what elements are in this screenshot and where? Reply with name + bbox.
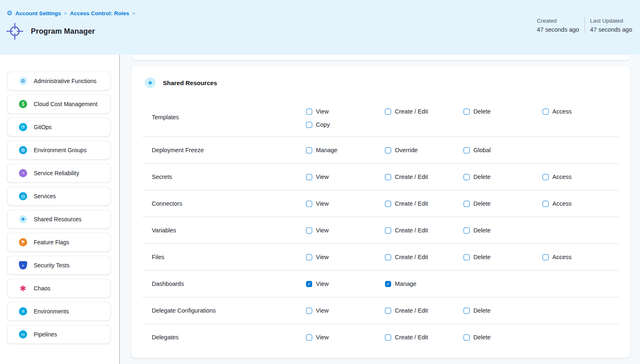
resource-name: Secrets [143,174,306,180]
checkbox-secrets-view[interactable] [306,174,312,180]
checkbox-deployment-freeze-global[interactable] [464,147,470,153]
checkbox-connectors-access[interactable] [543,201,549,207]
resource-name: Deployment Freeze [143,147,306,153]
sidebar-item-feature-flags[interactable]: ⚑ Feature Flags [7,233,110,251]
gear-icon: ⚙ [7,10,12,16]
checkbox-delegate-configurations-view[interactable] [306,308,312,314]
sidebar-item-chaos[interactable]: ✱ Chaos [7,279,110,297]
permissions-table: Templates View Copy Create / Edit Delete… [143,98,619,350]
permission-templates-access[interactable]: Access [543,108,619,115]
chaos-icon: ✱ [19,284,27,292]
sidebar-item-label: Shared Resources [34,216,81,223]
checkbox-templates-copy[interactable] [306,122,312,128]
permission-templates-view[interactable]: View [306,108,385,115]
checkbox-secrets-create-edit[interactable] [385,174,391,180]
sidebar-item-security-tests[interactable]: ⌕ Security Tests [7,256,110,274]
checkbox-files-access[interactable] [543,254,549,260]
checkbox-delegates-delete[interactable] [464,334,470,341]
sidebar-item-environment-groups[interactable]: ⊚ Environment Groups [7,141,110,159]
breadcrumb-separator: > [132,10,135,16]
permission-templates-create-edit[interactable]: Create / Edit [385,108,464,115]
section-title: Shared Resources [163,79,217,86]
sidebar-item-label: Service Reliability [34,170,79,176]
permission-connectors-view[interactable]: View [306,200,385,207]
checkbox-files-view[interactable] [306,254,312,260]
permission-delegates-create-edit[interactable]: Create / Edit [385,334,464,341]
permission-templates-delete[interactable]: Delete [464,108,543,115]
permission-deployment-freeze-global[interactable]: Global [464,147,543,153]
permission-connectors-delete[interactable]: Delete [464,200,543,207]
permission-delegate-configurations-create-edit[interactable]: Create / Edit [385,307,464,314]
page-header: ⚙ Account Settings > Access Control: Rol… [0,0,640,55]
checkbox-delegate-configurations-delete[interactable] [464,308,470,314]
checkbox-secrets-access[interactable] [543,174,549,180]
checkbox-templates-view[interactable] [306,109,312,115]
permission-templates-copy[interactable]: Copy [306,121,385,128]
feature-flags-icon: ⚑ [19,238,27,246]
sidebar-item-cloud-cost-management[interactable]: $ Cloud Cost Management [7,95,110,113]
checkbox-files-delete[interactable] [464,254,470,260]
checkbox-templates-access[interactable] [543,109,549,115]
checkbox-dashboards-manage[interactable] [385,281,391,287]
checkbox-dashboards-view[interactable] [306,281,312,287]
permission-secrets-delete[interactable]: Delete [464,174,543,180]
checkbox-connectors-delete[interactable] [464,201,470,207]
permission-secrets-view[interactable]: View [306,174,385,180]
admin-functions-icon: ⚙ [19,77,27,85]
sidebar-item-label: Security Tests [34,262,70,269]
permission-dashboards-manage[interactable]: Manage [385,281,464,287]
checkbox-templates-delete[interactable] [464,109,470,115]
page-title: Program Manager [31,27,95,36]
checkbox-connectors-create-edit[interactable] [385,201,391,207]
permission-connectors-access[interactable]: Access [543,200,619,207]
breadcrumb-access-control-roles[interactable]: Access Control: Roles [70,10,129,16]
sidebar-item-services[interactable]: ◎ Services [7,187,110,205]
permission-deployment-freeze-override[interactable]: Override [385,147,464,153]
permission-files-access[interactable]: Access [543,254,619,260]
permission-delegates-view[interactable]: View [306,334,385,341]
breadcrumb-account-settings[interactable]: Account Settings [15,10,61,16]
checkbox-connectors-view[interactable] [306,201,312,207]
permission-delegates-delete[interactable]: Delete [464,334,543,341]
permission-connectors-create-edit[interactable]: Create / Edit [385,200,464,207]
permission-secrets-create-edit[interactable]: Create / Edit [385,174,464,180]
sidebar-item-environments[interactable]: ≡ Environments [7,302,110,320]
permission-label: Create / Edit [395,334,428,341]
sidebar-item-service-reliability[interactable]: ◔ Service Reliability [7,164,110,182]
checkbox-delegates-view[interactable] [306,334,312,341]
permission-label: Create / Edit [395,254,428,260]
permission-deployment-freeze-manage[interactable]: Manage [306,147,385,153]
permission-secrets-access[interactable]: Access [543,174,619,180]
sidebar-item-shared-resources[interactable]: ❖ Shared Resources [7,210,110,228]
checkbox-delegate-configurations-create-edit[interactable] [385,308,391,314]
created-value: 47 seconds ago [537,26,579,33]
shared-resources-card: ❖ Shared Resources Templates View Copy C… [131,66,630,358]
checkbox-secrets-delete[interactable] [464,174,470,180]
permission-variables-create-edit[interactable]: Create / Edit [385,227,464,234]
permission-variables-delete[interactable]: Delete [464,227,543,234]
permission-dashboards-view[interactable]: View [306,281,385,287]
sidebar-item-administrative-functions[interactable]: ⚙ Administrative Functions [7,72,110,90]
sidebar-item-pipelines[interactable]: ∞ Pipelines [7,325,110,343]
permission-variables-view[interactable]: View [306,227,385,234]
checkbox-delegates-create-edit[interactable] [385,334,391,341]
checkbox-deployment-freeze-manage[interactable] [306,147,312,153]
permission-files-view[interactable]: View [306,254,385,260]
resource-name: Variables [143,227,306,234]
checkbox-variables-delete[interactable] [464,227,470,234]
checkbox-deployment-freeze-override[interactable] [385,147,391,153]
checkbox-variables-create-edit[interactable] [385,227,391,234]
resource-name: Delegate Configurations [143,307,306,314]
checkbox-variables-view[interactable] [306,227,312,234]
checkbox-files-create-edit[interactable] [385,254,391,260]
checkbox-templates-create-edit[interactable] [385,109,391,115]
last-updated-block: Last Updated 47 seconds ago [585,18,638,33]
permission-files-delete[interactable]: Delete [464,254,543,260]
permission-delegate-configurations-delete[interactable]: Delete [464,307,543,314]
sidebar-item-gitops[interactable]: ⟳ GitOps [7,118,110,136]
resource-row-secrets: Secrets View Create / Edit Delete Access [143,163,619,190]
permission-label: View [316,108,329,115]
permission-delegate-configurations-view[interactable]: View [306,307,385,314]
permission-label: View [316,281,329,287]
permission-files-create-edit[interactable]: Create / Edit [385,254,464,260]
